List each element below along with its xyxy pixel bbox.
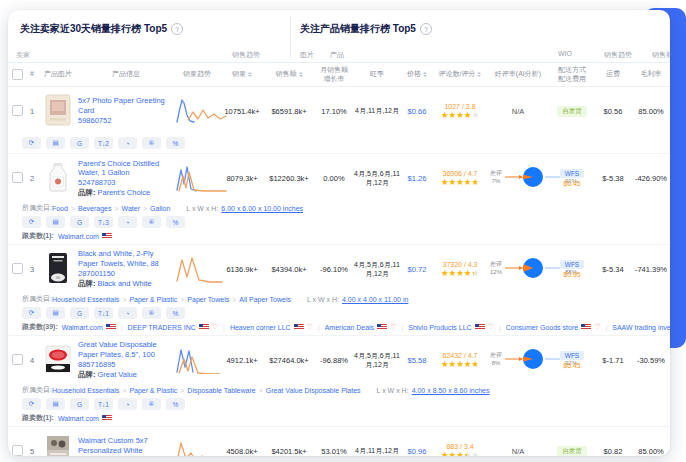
- action-chip[interactable]: ⑥: [142, 137, 161, 149]
- seller-link[interactable]: Heaven corner LLC: [230, 324, 291, 331]
- category-link[interactable]: Household Essentials: [52, 387, 119, 394]
- seller-link[interactable]: SAAW trading investments llc: [612, 324, 670, 331]
- favorite-icon[interactable]: ♡: [488, 323, 494, 331]
- action-chip[interactable]: G: [70, 216, 89, 228]
- action-chip[interactable]: %: [166, 216, 185, 228]
- action-chip[interactable]: T↓2: [94, 137, 113, 149]
- action-chip[interactable]: G: [70, 398, 89, 410]
- brand-link[interactable]: Parent's Choice: [98, 188, 151, 197]
- action-chip[interactable]: %: [166, 307, 185, 319]
- panel-title-sellers-text: 关注卖家近30天销量排行榜 Top5: [20, 22, 167, 36]
- favorite-icon[interactable]: ♡: [594, 323, 600, 331]
- col-header-sales[interactable]: 销量: [220, 70, 264, 78]
- action-chip[interactable]: G: [70, 307, 89, 319]
- product-title-link[interactable]: Great Value Disposable Paper Plates, 8.5…: [78, 340, 174, 360]
- action-chip[interactable]: T↓3: [94, 216, 113, 228]
- product-image[interactable]: [41, 278, 75, 287]
- category-link[interactable]: Paper Towels: [187, 296, 229, 303]
- action-chip[interactable]: ◔: [118, 307, 137, 319]
- seller-link[interactable]: Walmart.com: [58, 415, 99, 422]
- action-chip[interactable]: ⟳: [22, 137, 41, 149]
- row-checkbox[interactable]: [12, 445, 23, 456]
- sales-value: 10751.4k+: [220, 107, 264, 116]
- product-title-link[interactable]: Black and White, 2-Ply Paper Towels, Whi…: [78, 249, 174, 269]
- seller-link[interactable]: Walmart.com: [58, 233, 99, 240]
- brand-link[interactable]: Black and White: [98, 279, 152, 288]
- col-header-price[interactable]: 价格: [400, 70, 434, 78]
- action-chip[interactable]: ◔: [118, 398, 137, 410]
- sort-icon[interactable]: [299, 72, 303, 77]
- freight-value: $0.56: [594, 107, 632, 116]
- help-icon[interactable]: ?: [171, 23, 183, 35]
- category-link[interactable]: Food: [52, 205, 68, 212]
- help-icon[interactable]: ?: [420, 23, 432, 35]
- product-id-link[interactable]: 885716895: [78, 360, 116, 369]
- sales-value: 8079.3k+: [220, 174, 264, 183]
- category-link[interactable]: Beverages: [78, 205, 111, 212]
- seller-link[interactable]: DEEP TRADERS INC: [128, 324, 196, 331]
- product-title-link[interactable]: 5x7 Photo Paper Greeting Card: [78, 96, 174, 116]
- sellers-label: 跟卖数(1):: [22, 413, 54, 423]
- product-image[interactable]: [41, 187, 75, 196]
- category-link[interactable]: Great Value Disposable Plates: [266, 387, 361, 394]
- category-link[interactable]: Paper & Plastic: [129, 387, 177, 394]
- seller-link[interactable]: Shivio Products LLC: [408, 324, 471, 331]
- product-id-link[interactable]: 59860752: [78, 116, 111, 125]
- panel-title-products-text: 关注产品销量排行榜 Top5: [300, 22, 416, 36]
- sort-icon[interactable]: [248, 72, 252, 77]
- brand-link[interactable]: Great Value: [98, 370, 137, 379]
- category-link[interactable]: Paper & Plastic: [129, 296, 177, 303]
- row-checkbox[interactable]: [12, 172, 23, 183]
- action-chip[interactable]: G: [70, 137, 89, 149]
- action-chip[interactable]: ▤: [46, 137, 65, 149]
- product-title-link[interactable]: Walmart Custom 5x7 Personalized White Re…: [78, 436, 174, 456]
- action-chip[interactable]: %: [166, 398, 185, 410]
- action-chip[interactable]: ⟳: [22, 398, 41, 410]
- product-id-link[interactable]: 287001150: [78, 269, 115, 278]
- favorite-icon[interactable]: ♡: [390, 323, 396, 331]
- select-all-checkbox[interactable]: [12, 69, 23, 80]
- product-id-link[interactable]: 524788703: [78, 178, 116, 187]
- category-link[interactable]: Water: [122, 205, 140, 212]
- row-checkbox[interactable]: [12, 105, 23, 116]
- row-checkbox[interactable]: [12, 263, 23, 274]
- category-link[interactable]: All Paper Towels: [239, 296, 291, 303]
- sort-icon[interactable]: [423, 72, 427, 77]
- action-chip[interactable]: T↓1: [94, 398, 113, 410]
- col-header-margin: 毛利率: [632, 70, 670, 78]
- seller-link[interactable]: Consumer Goods store: [506, 324, 578, 331]
- action-chip[interactable]: ⟳: [22, 216, 41, 228]
- rank-number: 1: [26, 107, 38, 116]
- action-chip[interactable]: ◔: [118, 216, 137, 228]
- category-link[interactable]: Disposable Tableware: [187, 387, 255, 394]
- action-chip[interactable]: ◔: [118, 137, 137, 149]
- action-chip[interactable]: ▤: [46, 307, 65, 319]
- action-chip[interactable]: ▤: [46, 216, 65, 228]
- growth-value: -96.88%: [314, 356, 354, 365]
- price-value: $5.58: [400, 356, 434, 365]
- col-header-revenue[interactable]: 销售额: [264, 70, 314, 78]
- dims-value[interactable]: 4.00 x 4.00 x 11.00 in: [342, 296, 408, 303]
- action-chip[interactable]: ▤: [46, 398, 65, 410]
- sort-icon[interactable]: [477, 72, 481, 77]
- product-image[interactable]: [41, 120, 75, 129]
- action-chip[interactable]: ⟳: [22, 307, 41, 319]
- dims-value[interactable]: 6.00 x 6.00 x 10.00 inches: [221, 205, 303, 212]
- product-image[interactable]: [41, 369, 75, 378]
- favorite-icon[interactable]: ♡: [212, 323, 218, 331]
- action-chip[interactable]: %: [166, 137, 185, 149]
- action-chip[interactable]: T↓1: [94, 307, 113, 319]
- rank-number: 4: [26, 356, 38, 365]
- category-link[interactable]: Household Essentials: [52, 296, 119, 303]
- action-chip[interactable]: ⑥: [142, 398, 161, 410]
- action-chip[interactable]: ⑥: [142, 216, 161, 228]
- category-link[interactable]: Gallon: [150, 205, 170, 212]
- row-checkbox[interactable]: [12, 354, 23, 365]
- col-header-reviews[interactable]: 评论数/评分: [434, 70, 486, 78]
- favorite-icon[interactable]: ♡: [307, 323, 313, 331]
- dims-value[interactable]: 4.00 x 8.50 x 8.60 inches: [412, 387, 490, 394]
- product-title-link[interactable]: Parent's Choice Distilled Water, 1 Gallo…: [78, 159, 174, 179]
- action-chip[interactable]: ⑥: [142, 307, 161, 319]
- seller-link[interactable]: American Deals: [325, 324, 374, 331]
- seller-link[interactable]: Walmart.com: [62, 324, 103, 331]
